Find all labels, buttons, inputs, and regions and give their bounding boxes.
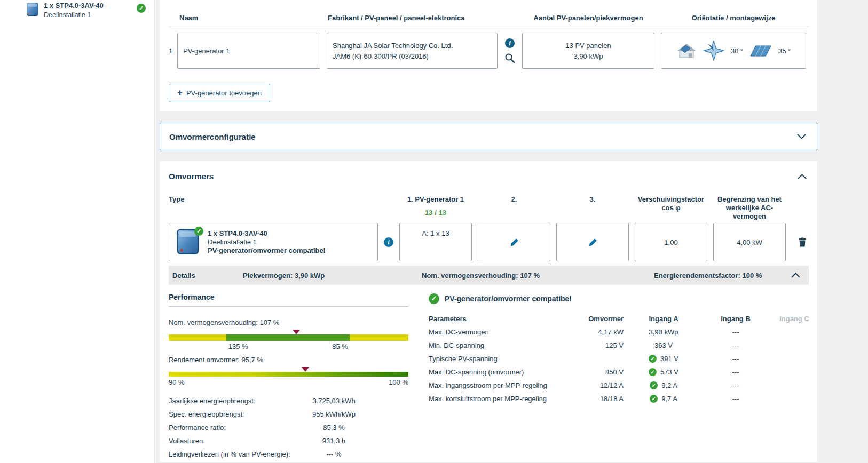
chevron-down-icon[interactable] <box>797 134 806 139</box>
generator1-assignment-cell[interactable]: A: 1 x 13 <box>399 223 472 261</box>
gauge1-tick-right: 85 % <box>332 342 348 350</box>
compass-icon <box>703 41 724 61</box>
ok-check-icon: ✓ <box>649 368 657 376</box>
details-nom-ratio: Nom. vermogensverhouding: 107 % <box>422 272 654 280</box>
inverter-config-panel[interactable]: Omvormerconfiguratie <box>160 123 817 150</box>
plus-icon: + <box>177 87 183 98</box>
ac-limit-cell[interactable]: 4,00 kW <box>713 223 786 261</box>
performance-row: Spec. energieopbrengst: 955 kWh/kWp <box>169 408 408 421</box>
header-orientatie: Oriëntatie / montagewijze <box>661 14 806 22</box>
header-fabrikant: Fabrikant / PV-paneel / paneel-elektroni… <box>327 14 522 22</box>
ok-check-icon: ✓ <box>194 227 203 236</box>
inverter-status: PV-generator/omvormer compatibel <box>208 246 325 255</box>
assigned-count: 13 / 13 <box>399 209 472 217</box>
generator-name-field-wrap <box>177 33 320 69</box>
panel-count: 13 PV-panelen <box>565 42 611 50</box>
inverter-subinstallation: Deelinstallatie 1 <box>208 238 325 246</box>
tilt-value: 35 ° <box>778 47 791 55</box>
col-generator-1: 1. PV-generator 1 13 / 13 <box>399 195 472 221</box>
gauge2-label: Rendement omvormer: 95,7 % <box>169 356 408 364</box>
gauge1-marker <box>293 330 300 334</box>
panel-manufacturer-selector[interactable]: Shanghai JA Solar Technology Co. Ltd. JA… <box>327 33 498 69</box>
details-energy-factor: Energierendementsfactor: 100 % <box>654 272 762 280</box>
chevron-up-icon[interactable] <box>798 174 807 179</box>
nom-ratio-gauge <box>169 334 408 341</box>
parameter-row: Min. DC-spanning 125 V 363 V --- <box>429 339 817 352</box>
efficiency-gauge <box>169 372 408 377</box>
main-content: Naam Fabrikant / PV-paneel / paneel-elek… <box>155 0 868 463</box>
col-ac-limit: Begrenzing van het werkelijke AC-vermoge… <box>713 195 786 221</box>
inverter-icon <box>26 2 40 18</box>
sidebar-item-inverter[interactable]: 1 x STP4.0-3AV-40 Deelinstallatie 1 ✓ <box>0 0 154 23</box>
col-2: 2. <box>478 195 550 221</box>
row-index: 1 <box>169 33 177 69</box>
ok-check-icon: ✓ <box>650 381 658 389</box>
add-pv-generator-button[interactable]: + PV-generator toevoegen <box>169 84 270 102</box>
orientation-selector[interactable]: 30 ° 35 ° <box>661 33 806 69</box>
details-label: Details <box>172 272 243 280</box>
panel-model: JAM6 (K)-60-300/PR (03/2016) <box>333 52 492 60</box>
search-icon[interactable] <box>504 53 515 63</box>
house-icon <box>676 43 697 59</box>
parameter-row: Max. DC-spanning (omvormer) 850 V ✓ 573 … <box>429 365 817 379</box>
parameter-row: Typische PV-spanning ✓ 391 V --- <box>429 352 817 365</box>
sidebar-inverter-subtitle: Deelinstallatie 1 <box>44 11 104 19</box>
inverter-columns-header: Type 1. PV-generator 1 13 / 13 2. 3. Ver… <box>169 195 809 221</box>
generator2-edit-cell[interactable] <box>478 223 550 261</box>
generator3-edit-cell[interactable] <box>556 223 629 261</box>
ok-check-icon: ✓ <box>650 395 658 403</box>
gauge2-marker <box>302 367 309 372</box>
performance-title: Performance <box>169 293 408 307</box>
cos-phi-cell[interactable]: 1,00 <box>635 223 707 261</box>
gauge2-tick-right: 100 % <box>389 378 408 386</box>
gauge1-label: Nom. vermogensverhouding: 107 % <box>169 318 408 326</box>
parameters-header-row: Parameters Omvormer Ingang A Ingang B In… <box>429 312 817 325</box>
header-naam: Naam <box>177 14 327 22</box>
col-type: Type <box>169 195 399 221</box>
details-peak: Piekvermogen: 3,90 kWp <box>243 272 422 280</box>
inverter-info-icon[interactable]: i <box>384 237 393 247</box>
inverters-panel: Omvormers Type 1. PV-generator 1 13 / 13… <box>160 161 817 462</box>
parameter-row: Max. DC-vermogen 4,17 kW 3,90 kWp --- <box>429 325 817 339</box>
chevron-up-icon[interactable] <box>791 273 800 278</box>
gauge2-tick-left: 90 % <box>169 378 185 386</box>
generator-name-input[interactable] <box>178 33 320 68</box>
panel-info-icon[interactable]: i <box>505 38 515 48</box>
header-aantal: Aantal PV-panelen/piekvermogen <box>522 14 654 22</box>
trash-icon[interactable] <box>798 223 807 261</box>
peak-power: 3,90 kWp <box>574 52 603 60</box>
ok-check-icon: ✓ <box>137 4 146 13</box>
performance-row: Leidingverliezen (in % van PV-energie): … <box>169 448 408 461</box>
pv-generators-header-row: Naam Fabrikant / PV-paneel / paneel-elek… <box>169 14 809 27</box>
parameter-row: Max. kortsluitstroom per MPP-regeling 18… <box>429 392 817 405</box>
pv-generator-row: 1 Shanghai JA Solar Technology Co. Ltd. … <box>169 33 809 69</box>
sidebar: 1 x STP4.0-3AV-40 Deelinstallatie 1 ✓ <box>0 0 155 463</box>
parameters-table: Parameters Omvormer Ingang A Ingang B In… <box>429 312 817 405</box>
parameter-row: Max. ingangsstroom per MPP-regeling 12/1… <box>429 379 817 392</box>
gauge1-tick-left: 135 % <box>228 342 248 350</box>
panel-count-selector[interactable]: 13 PV-panelen 3,90 kWp <box>522 33 654 69</box>
inverters-title: Omvormers <box>169 172 214 181</box>
col-cos-phi: Verschuivingsfactor cos φ <box>635 195 707 221</box>
inverter-summary[interactable]: ✓ 1 x STP4.0-3AV-40 Deelinstallatie 1 PV… <box>169 223 378 261</box>
ok-check-icon: ✓ <box>649 355 657 363</box>
compatibility-section: ✓ PV-generator/omvormer compatibel Param… <box>422 293 817 461</box>
pencil-icon <box>588 238 597 247</box>
details-bar: Details Piekvermogen: 3,90 kWp Nom. verm… <box>169 266 809 285</box>
sidebar-inverter-title: 1 x STP4.0-3AV-40 <box>44 2 104 10</box>
performance-section: Performance Nom. vermogensverhouding: 10… <box>169 293 422 461</box>
azimuth-value: 30 ° <box>731 47 743 55</box>
inverter-image: ✓ <box>175 227 201 258</box>
pv-generators-panel: Naam Fabrikant / PV-paneel / paneel-elek… <box>160 0 817 111</box>
inverter-config-title: Omvormerconfiguratie <box>169 132 256 141</box>
pencil-icon <box>510 238 519 247</box>
performance-row: Performance ratio: 85,3 % <box>169 421 408 434</box>
ok-check-icon: ✓ <box>429 293 439 304</box>
performance-row: Vollasturen: 931,3 h <box>169 434 408 448</box>
col-3: 3. <box>556 195 629 221</box>
performance-row: Jaarlijkse energieopbrengst: 3.725,03 kW… <box>169 394 408 408</box>
manufacturer-name: Shanghai JA Solar Technology Co. Ltd. <box>333 42 492 50</box>
tilted-panel-icon <box>749 45 772 57</box>
compatibility-title: PV-generator/omvormer compatibel <box>445 294 571 303</box>
inverter-name: 1 x STP4.0-3AV-40 <box>208 229 325 238</box>
